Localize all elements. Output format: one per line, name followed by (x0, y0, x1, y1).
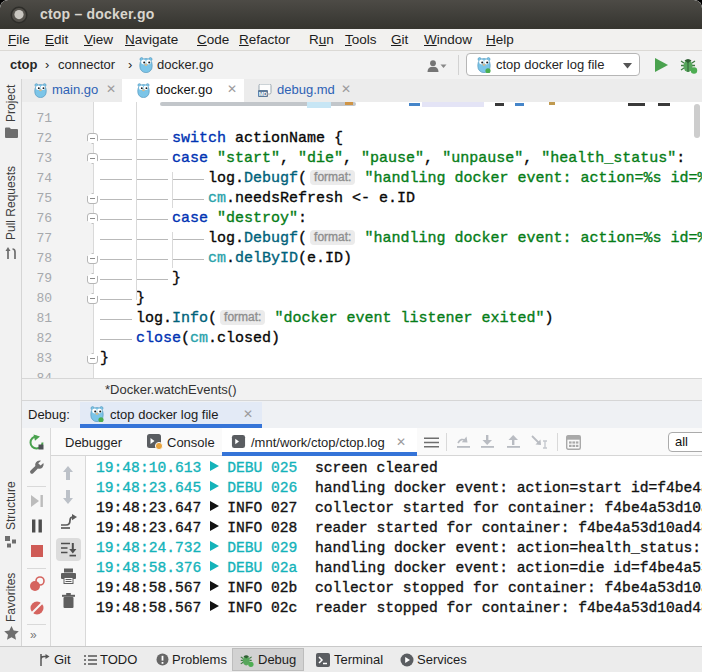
svg-text:MD: MD (259, 91, 268, 97)
